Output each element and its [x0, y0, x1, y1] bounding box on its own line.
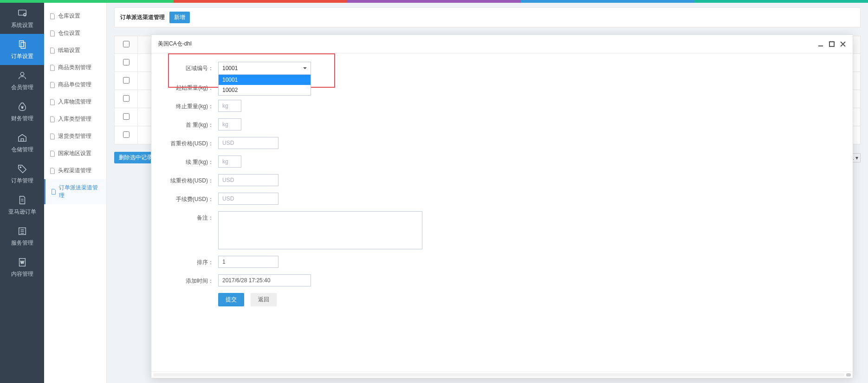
nav-system-settings[interactable]: 系统设置	[0, 3, 44, 34]
subnav-product-category[interactable]: 商品类别管理	[44, 59, 106, 76]
label-first-price: 首重价格(USD)：	[158, 137, 218, 148]
nav-order-management[interactable]: 订单管理	[0, 158, 44, 189]
modal-header: 美国CA仓-dhl	[151, 35, 853, 53]
subnav-label: 仓位设置	[58, 29, 80, 37]
row-checkbox[interactable]	[123, 113, 130, 120]
modal-title: 美国CA仓-dhl	[158, 40, 813, 48]
svg-point-1	[23, 13, 26, 16]
nav-member-management[interactable]: 会员管理	[0, 65, 44, 96]
nav-label: 内容管理	[11, 270, 33, 278]
region-select[interactable]: 10001 10001 10002	[218, 62, 311, 75]
subnav-label: 订单派送渠道管理	[59, 184, 101, 200]
row-checkbox[interactable]	[123, 95, 130, 102]
list-icon	[17, 226, 27, 236]
word-doc-icon: W	[17, 257, 27, 267]
tag-icon	[17, 164, 27, 174]
end-weight-input[interactable]	[218, 100, 241, 112]
subnav-label: 入库类型管理	[58, 115, 91, 123]
subnav-delivery-channel[interactable]: 订单派送渠道管理	[44, 179, 106, 204]
back-button[interactable]: 返回	[251, 293, 277, 306]
remark-textarea[interactable]	[218, 211, 422, 249]
modal-horizontal-scrollbar[interactable]	[151, 371, 853, 378]
label-add-time: 添加时间：	[158, 274, 218, 285]
money-bag-icon: ¥	[17, 102, 27, 112]
subnav-inbound-logistics[interactable]: 入库物流管理	[44, 93, 106, 110]
svg-point-7	[19, 167, 21, 168]
subnav-label: 仓库设置	[58, 12, 80, 20]
nav-amazon-orders[interactable]: 亚马逊订单	[0, 189, 44, 221]
nav-content-management[interactable]: W 内容管理	[0, 252, 44, 283]
file-icon	[50, 133, 55, 140]
cont-price-input[interactable]	[218, 174, 279, 186]
nav-label: 财务管理	[11, 115, 33, 123]
label-start-weight: 起始重量(kg)：	[158, 81, 218, 92]
sub-nav: 仓库设置 仓位设置 纸箱设置 商品类别管理 商品单位管理 入库物流管理 入库类型…	[44, 3, 107, 383]
documents-icon	[17, 39, 27, 50]
label-fee: 手续费(USD)：	[158, 193, 218, 203]
user-icon	[17, 71, 27, 81]
nav-order-settings[interactable]: 订单设置	[0, 34, 44, 65]
svg-rect-11	[829, 42, 834, 46]
svg-rect-2	[19, 41, 23, 47]
subnav-box-settings[interactable]: 纸箱设置	[44, 42, 106, 59]
add-time-input[interactable]	[218, 274, 311, 286]
minimize-icon[interactable]	[817, 41, 824, 47]
cont-weight-input[interactable]	[218, 156, 241, 168]
file-icon	[50, 150, 55, 157]
subnav-label: 头程渠道管理	[58, 167, 91, 175]
nav-service-management[interactable]: 服务管理	[0, 221, 44, 252]
subnav-position-settings[interactable]: 仓位设置	[44, 25, 106, 42]
row-checkbox[interactable]	[123, 77, 130, 84]
close-icon[interactable]	[840, 41, 846, 47]
main-nav: 系统设置 订单设置 会员管理 ¥ 财务管理 仓储管理 订单管理 亚马逊订单 服务	[0, 3, 44, 383]
label-remark: 备注：	[158, 211, 218, 222]
file-icon	[50, 82, 55, 88]
fee-input[interactable]	[218, 193, 279, 205]
svg-text:¥: ¥	[21, 105, 23, 110]
subnav-label: 退货类型管理	[58, 132, 91, 140]
nav-label: 会员管理	[11, 84, 33, 91]
region-select-display[interactable]: 10001	[218, 62, 311, 75]
page-title: 订单派送渠道管理	[120, 13, 165, 21]
subnav-label: 商品类别管理	[58, 64, 91, 71]
document-icon	[17, 195, 27, 205]
subnav-label: 国家地区设置	[58, 149, 91, 157]
nav-label: 仓储管理	[11, 146, 33, 154]
subnav-head-channel[interactable]: 头程渠道管理	[44, 162, 106, 179]
page-header: 订单派送渠道管理 新增	[114, 7, 861, 27]
region-option-10001[interactable]: 10001	[219, 75, 311, 85]
file-icon	[50, 116, 55, 123]
row-checkbox[interactable]	[123, 59, 130, 65]
sort-input[interactable]	[218, 256, 279, 268]
label-end-weight: 终止重量(kg)：	[158, 100, 218, 110]
maximize-icon[interactable]	[829, 41, 835, 47]
subnav-label: 纸箱设置	[58, 46, 80, 54]
nav-warehouse-management[interactable]: 仓储管理	[0, 127, 44, 158]
nav-finance-management[interactable]: ¥ 财务管理	[0, 96, 44, 127]
add-button[interactable]: 新增	[169, 12, 190, 23]
subnav-return-type[interactable]: 退货类型管理	[44, 128, 106, 145]
svg-text:W: W	[20, 260, 24, 265]
first-weight-input[interactable]	[218, 118, 241, 130]
subnav-country-region[interactable]: 国家地区设置	[44, 145, 106, 162]
subnav-product-unit[interactable]: 商品单位管理	[44, 76, 106, 93]
label-region: 区域编号：	[158, 62, 218, 72]
svg-rect-0	[18, 10, 26, 15]
subnav-inbound-type[interactable]: 入库类型管理	[44, 110, 106, 128]
modal-body: 区域编号： 10001 10001 10002 起始重量(kg)： 终止重量(k…	[151, 53, 853, 371]
label-cont-price: 续重价格(USD)：	[158, 174, 218, 185]
file-icon	[50, 168, 55, 174]
region-option-10002[interactable]: 10002	[219, 85, 311, 95]
submit-button[interactable]: 提交	[218, 293, 244, 306]
label-cont-weight: 续 重(kg)：	[158, 156, 218, 166]
content-area: 订单派送渠道管理 新增 排序 是否显示 编辑 1✔修改删除1✔修改删除1✔修改删…	[107, 3, 868, 383]
file-icon	[50, 30, 55, 37]
nav-label: 亚马逊订单	[8, 208, 36, 216]
nav-label: 服务管理	[11, 239, 33, 247]
select-all-checkbox[interactable]	[123, 41, 130, 47]
edit-modal: 美国CA仓-dhl 区域编号： 10001 10001 10002	[151, 34, 853, 378]
first-price-input[interactable]	[218, 137, 279, 149]
row-checkbox[interactable]	[123, 131, 130, 138]
subnav-warehouse-settings[interactable]: 仓库设置	[44, 7, 106, 25]
svg-rect-6	[21, 139, 24, 142]
